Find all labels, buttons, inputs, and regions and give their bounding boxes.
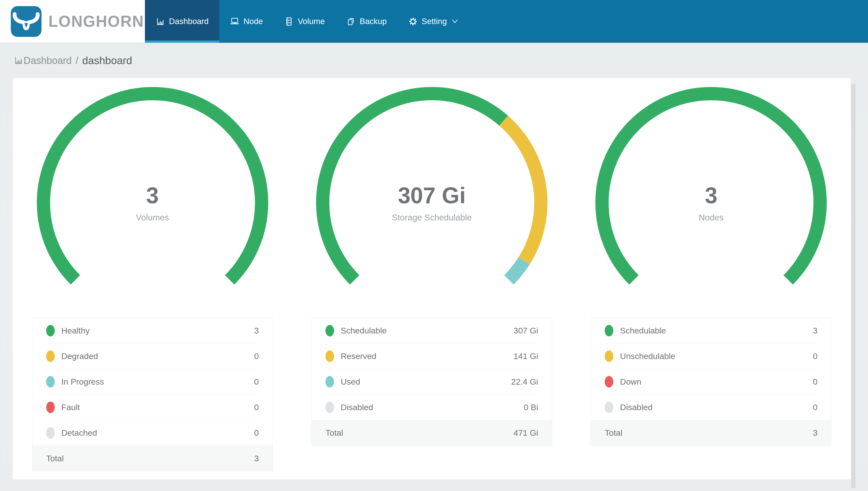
dashboard-card: 3 Volumes Healthy3Degraded0In Progress0F…	[13, 78, 851, 480]
legend-row: Down0	[591, 369, 831, 395]
legend-dot	[326, 376, 334, 387]
legend-row: Detached0	[32, 420, 273, 445]
breadcrumb-page: dashboard	[82, 55, 132, 66]
total-value: 3	[254, 454, 259, 463]
legend-label: Fault	[61, 403, 254, 412]
legend-value: 141 Gi	[514, 351, 538, 361]
legend-value: 3	[254, 326, 259, 336]
nav-label: Node	[243, 17, 263, 26]
legend-value: 0	[813, 403, 817, 412]
total-label: Total	[326, 428, 343, 438]
breadcrumb-section[interactable]: Dashboard	[24, 55, 72, 66]
panel-nodes: 3 Nodes Schedulable3Unschedulable0Down0D…	[571, 78, 851, 480]
legend-label: Unschedulable	[620, 351, 813, 361]
bar-chart-icon	[14, 56, 23, 65]
nav-label: Volume	[298, 17, 325, 26]
legend-rows: Schedulable3Unschedulable0Down0Disabled0	[591, 318, 831, 420]
legend-row: Degraded0	[32, 343, 273, 369]
legend-label: Disabled	[620, 403, 813, 412]
gauge-segment	[602, 94, 820, 280]
main-nav: Dashboard Node Volume	[145, 0, 469, 43]
legend-value: 0	[254, 403, 259, 412]
brand-name: LONGHORN	[49, 12, 144, 30]
app-header: LONGHORN Dashboard Node	[0, 0, 868, 43]
legend-rows: Schedulable307 GiReserved141 GiUsed22.4 …	[312, 318, 552, 420]
nav-item-dashboard[interactable]: Dashboard	[145, 0, 219, 43]
nodes-legend-table: Schedulable3Unschedulable0Down0Disabled0…	[591, 318, 831, 446]
total-row: Total 3	[591, 420, 831, 445]
longhorn-logo-icon	[11, 6, 41, 37]
legend-value: 22.4 Gi	[511, 377, 538, 386]
storage-legend-table: Schedulable307 GiReserved141 GiUsed22.4 …	[311, 318, 552, 446]
legend-dot	[326, 402, 334, 413]
legend-value: 0	[813, 377, 817, 386]
nav-item-node[interactable]: Node	[219, 0, 274, 43]
legend-value: 3	[813, 326, 817, 336]
gear-icon	[408, 17, 417, 26]
bar-chart-icon	[156, 17, 165, 26]
copy-icon	[346, 17, 355, 26]
vertical-scrollbar-thumb[interactable]	[851, 84, 856, 489]
legend-row: Unschedulable0	[591, 343, 831, 369]
legend-value: 0	[813, 351, 817, 361]
legend-label: Detached	[61, 428, 254, 438]
total-label: Total	[605, 428, 622, 438]
gauge-segment	[43, 94, 261, 280]
nav-item-backup[interactable]: Backup	[336, 0, 397, 43]
legend-label: Down	[620, 377, 813, 386]
legend-value: 0	[254, 377, 259, 386]
legend-dot	[605, 325, 613, 337]
legend-label: Schedulable	[341, 326, 514, 336]
logo[interactable]: LONGHORN	[0, 0, 145, 43]
nav-item-volume[interactable]: Volume	[274, 0, 336, 43]
nav-item-setting[interactable]: Setting	[398, 0, 469, 43]
legend-row: Disabled0	[591, 395, 831, 420]
total-label: Total	[46, 454, 64, 463]
legend-value: 0	[254, 428, 259, 438]
legend-value: 0 Bi	[524, 403, 538, 412]
legend-dot	[605, 402, 613, 413]
legend-dot	[326, 350, 334, 362]
legend-row: Disabled0 Bi	[312, 395, 552, 420]
legend-dot	[46, 427, 55, 439]
legend-value: 307 Gi	[514, 326, 538, 336]
panel-volumes: 3 Volumes Healthy3Degraded0In Progress0F…	[13, 78, 292, 480]
server-icon	[284, 17, 293, 26]
legend-label: In Progress	[61, 377, 254, 386]
laptop-icon	[230, 17, 239, 26]
legend-label: Reserved	[341, 351, 514, 361]
chevron-down-icon	[452, 20, 458, 23]
legend-row: Healthy3	[32, 318, 273, 343]
legend-dot	[46, 402, 55, 413]
legend-rows: Healthy3Degraded0In Progress0Fault0Detac…	[32, 318, 273, 445]
gauge-segment	[323, 94, 504, 280]
gauge-segment	[504, 121, 541, 261]
legend-label: Degraded	[61, 351, 254, 361]
panel-storage: 307 Gi Storage Schedulable Schedulable30…	[292, 78, 571, 480]
legend-dot	[46, 376, 55, 387]
legend-row: Schedulable307 Gi	[312, 318, 552, 343]
nav-label: Backup	[360, 17, 386, 26]
legend-label: Used	[341, 377, 511, 386]
total-row: Total 3	[32, 445, 273, 471]
gauge-segment	[509, 261, 524, 280]
nodes-gauge-chart	[594, 86, 828, 290]
legend-row: Reserved141 Gi	[312, 343, 552, 369]
legend-label: Healthy	[61, 326, 254, 336]
legend-row: Fault0	[32, 395, 273, 420]
breadcrumb: Dashboard / dashboard	[14, 43, 132, 78]
legend-dot	[605, 376, 613, 387]
total-row: Total 471 Gi	[312, 420, 552, 445]
breadcrumb-separator: /	[76, 55, 79, 66]
legend-label: Schedulable	[620, 326, 813, 336]
storage-gauge-chart	[315, 86, 549, 290]
legend-dot	[326, 325, 334, 337]
legend-row: Used22.4 Gi	[312, 369, 552, 395]
volumes-legend-table: Healthy3Degraded0In Progress0Fault0Detac…	[32, 318, 273, 471]
legend-row: Schedulable3	[591, 318, 831, 343]
legend-dot	[46, 350, 55, 362]
total-value: 3	[813, 428, 817, 438]
legend-dot	[46, 325, 55, 337]
nav-label: Dashboard	[169, 17, 209, 26]
nav-label: Setting	[422, 17, 447, 26]
